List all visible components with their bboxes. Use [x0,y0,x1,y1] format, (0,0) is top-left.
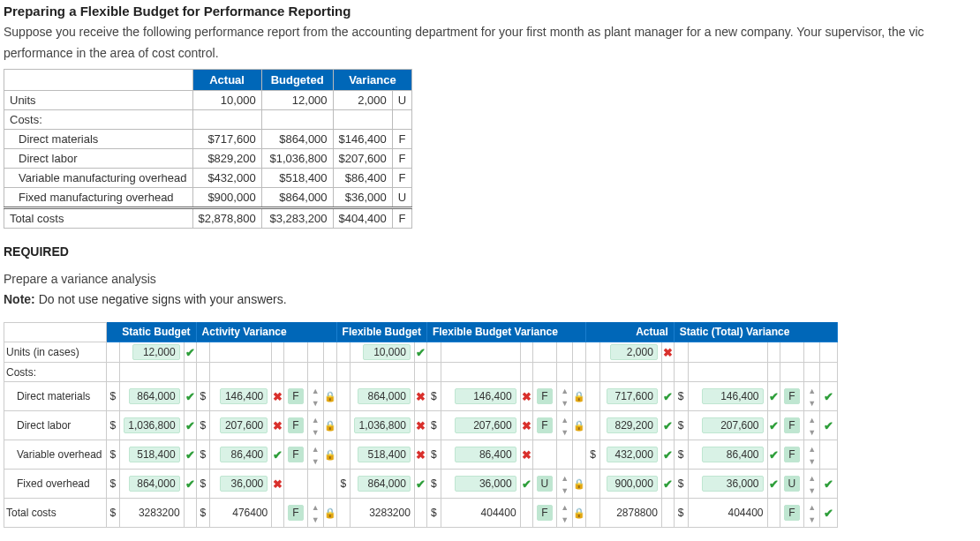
answer-input[interactable]: 864,000 [120,470,184,499]
input-box[interactable]: 146,400 [455,388,516,404]
answer-input[interactable]: 900,000 [599,470,661,499]
input-box[interactable]: 2,000 [610,344,658,360]
input-box[interactable]: 518,400 [358,447,411,462]
performance-table: Actual Budgeted Variance Units10,00012,0… [4,69,412,229]
input-box[interactable]: 829,200 [607,417,658,433]
sort-toggle[interactable]: ▲▼ [804,440,820,470]
uf-flag[interactable]: F [284,440,307,470]
answer-input[interactable]: 36,000 [441,470,520,499]
sort-toggle[interactable]: ▲▼ [557,470,573,499]
answer-input[interactable]: 146,400 [688,382,767,411]
uf-flag[interactable]: F [532,411,557,440]
answer-input[interactable]: 146,400 [441,382,520,411]
uf-flag[interactable]: F [780,499,804,528]
answer-input[interactable]: 432,000 [599,440,661,470]
blank [520,342,532,363]
input-box[interactable]: 36,000 [455,476,516,492]
uf-flag[interactable]: U [532,470,557,499]
sort-toggle[interactable]: ▲▼ [307,499,323,528]
input-box[interactable]: 86,400 [220,447,268,462]
input-box[interactable]: 10,000 [363,344,411,360]
flag-select[interactable]: F [784,388,799,404]
required-heading: REQUIRED [4,244,980,259]
answer-input[interactable]: 518,400 [120,440,184,470]
answer-input[interactable]: 36,000 [688,470,767,499]
flag-select[interactable]: F [784,505,799,521]
input-box[interactable]: 864,000 [358,476,411,492]
input-box[interactable]: 86,400 [702,447,764,462]
sort-toggle[interactable]: ▲▼ [804,382,820,411]
blank [284,342,307,363]
input-box[interactable]: 717,600 [607,388,658,404]
input-box[interactable]: 12,000 [132,344,180,360]
sort-toggle[interactable]: ▲▼ [804,411,820,440]
answer-input[interactable]: 864,000 [120,382,184,411]
sort-toggle[interactable]: ▲▼ [557,411,573,440]
flag-select[interactable]: F [784,447,799,462]
input-box[interactable]: 1,036,800 [124,417,179,433]
answer-input[interactable]: 207,600 [441,411,520,440]
uf-flag[interactable]: F [284,499,307,528]
input-box[interactable]: 207,600 [702,417,764,433]
input-box[interactable]: 1,036,800 [354,417,410,433]
input-box[interactable]: 146,400 [220,388,268,404]
uf-flag[interactable]: F [284,411,307,440]
input-box[interactable]: 432,000 [607,447,658,462]
uf-flag[interactable]: F [532,499,557,528]
flag-select[interactable]: F [288,447,303,462]
input-box[interactable]: 864,000 [129,388,180,404]
sort-toggle[interactable]: ▲▼ [557,382,573,411]
flag-select[interactable]: F [288,417,303,433]
input-box[interactable]: 518,400 [129,447,180,462]
answer-input[interactable]: 86,400 [441,440,520,470]
answer-input[interactable]: 146,400 [210,382,272,411]
input-box[interactable]: 86,400 [455,447,516,462]
uf-flag[interactable]: F [780,382,804,411]
sort-toggle[interactable]: ▲▼ [804,499,820,528]
input-box[interactable]: 900,000 [607,476,658,492]
answer-input[interactable]: 2,000 [599,342,661,363]
uf-flag[interactable]: F [284,382,307,411]
answer-input[interactable]: 864,000 [351,470,415,499]
sort-toggle[interactable]: ▲▼ [557,499,573,528]
uf-flag[interactable]: F [780,440,804,470]
input-box[interactable]: 207,600 [220,417,268,433]
answer-input[interactable]: 518,400 [351,440,415,470]
sort-toggle[interactable]: ▲▼ [307,382,323,411]
answer-input[interactable]: 86,400 [688,440,767,470]
flag-select[interactable]: F [537,417,552,433]
flag-select[interactable]: U [784,476,801,492]
flag-select[interactable]: F [784,417,799,433]
sort-toggle[interactable]: ▲▼ [804,470,820,499]
flag-select[interactable]: U [537,476,554,492]
uf-flag[interactable]: F [780,411,804,440]
flag-select[interactable]: F [537,388,552,404]
flag-select[interactable]: F [537,505,552,521]
answer-input[interactable]: 86,400 [210,440,272,470]
answer-input[interactable]: 207,600 [210,411,272,440]
answer-input[interactable]: 1,036,800 [120,411,184,440]
answer-input[interactable]: 864,000 [351,382,415,411]
answer-input[interactable]: 829,200 [599,411,661,440]
blank [557,363,573,382]
uf-flag[interactable]: U [780,470,804,499]
flag-select[interactable]: F [288,505,303,521]
flag-select[interactable]: F [288,388,303,404]
input-box[interactable]: 864,000 [129,476,180,492]
answer-input[interactable]: 207,600 [688,411,767,440]
input-box[interactable]: 207,600 [455,417,516,433]
uf-flag[interactable]: F [532,382,557,411]
answer-input[interactable]: 1,036,800 [351,411,415,440]
answer-input[interactable]: 36,000 [210,470,272,499]
answer-input[interactable]: 10,000 [351,342,415,363]
sort-toggle[interactable]: ▲▼ [307,411,323,440]
input-box[interactable]: 864,000 [358,388,411,404]
answer-input[interactable]: 12,000 [120,342,184,363]
input-box[interactable]: 36,000 [220,476,268,492]
input-box[interactable]: 36,000 [702,476,764,492]
answer-input[interactable]: 717,600 [599,382,661,411]
blank [272,342,284,363]
input-box[interactable]: 146,400 [702,388,764,404]
sort-toggle[interactable]: ▲▼ [307,440,323,470]
check-icon: ✔ [273,448,283,462]
